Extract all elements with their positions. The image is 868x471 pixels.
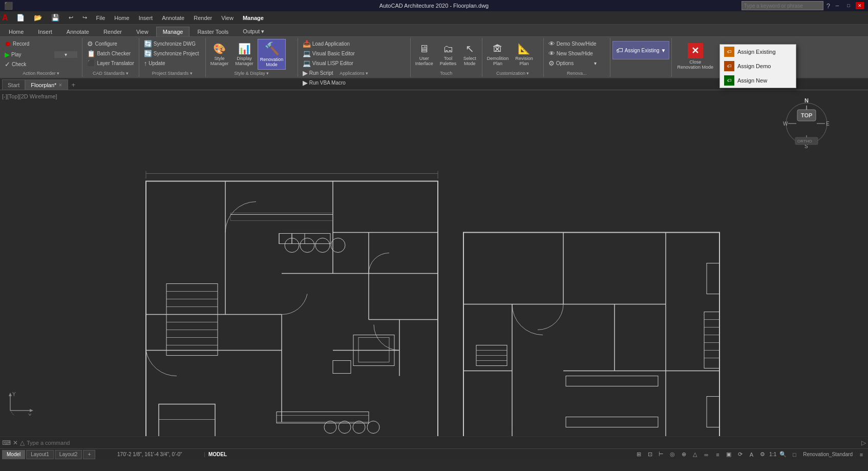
add-layout-button[interactable]: + [83,450,95,459]
tab-home[interactable]: Home [2,27,30,36]
menu-view[interactable]: View [217,12,238,24]
record-button[interactable]: ⏺ Record [2,39,32,48]
layout1-tab[interactable]: Layout1 [26,450,54,459]
undo-button[interactable]: ↩ [65,12,77,24]
menu-manage[interactable]: Manage [239,12,268,24]
command-close-icon[interactable]: ✕ [13,439,18,446]
check-button[interactable]: ✓ Check [2,59,80,69]
transparency-icon[interactable]: ▣ [724,450,733,459]
menu-home[interactable]: Home [110,12,133,24]
project-standards-panel-title[interactable]: Project Standards ▾ [139,71,205,76]
select-mode-button[interactable]: ↖ SelectMode [460,39,479,70]
command-help-icon[interactable]: ▷ [861,439,866,446]
revision-plan-button[interactable]: 📐 RevisionPlan [513,39,536,70]
close-renovation-icon: ✕ [688,43,703,58]
doc-tab-add-button[interactable]: + [68,79,78,90]
dropdown-assign-demo[interactable]: 🏷 Assign Demo [720,59,796,73]
command-expand-icon[interactable]: △ [20,439,25,446]
assign-dropdown-menu: 🏷 Assign Existing 🏷 Assign Demo 🏷 Assign… [719,44,796,88]
tab-raster-tools[interactable]: Raster Tools [190,27,235,36]
model-tab[interactable]: Model [2,450,25,459]
status-menu-icon[interactable]: ≡ [857,450,866,459]
tab-annotate[interactable]: Annotate [60,27,96,36]
vba-editor-button[interactable]: 💻 Visual Basic Editor [300,49,357,58]
maximize-button[interactable]: □ [844,2,853,9]
otrack-icon[interactable]: ∞ [702,450,711,459]
quick-access-save[interactable]: 💾 [47,12,63,24]
style-manager-button[interactable]: 🎨 StyleManager [208,39,231,70]
zoom-icon[interactable]: 🔍 [778,450,788,459]
doc-tab-close-icon[interactable]: ✕ [58,83,62,88]
action-recorder-panel-title[interactable]: Action Recorder ▾ [0,71,82,76]
dropdown-assign-new[interactable]: 🏷 Assign New [720,73,796,88]
vba-editor-icon: 💻 [303,50,311,57]
polar-icon[interactable]: ◎ [668,450,677,459]
load-app-button[interactable]: 📥 Load Application [300,39,357,48]
tab-view[interactable]: View [130,27,155,36]
quick-access-new[interactable]: 📄 [12,12,29,24]
lisp-editor-button[interactable]: 💻 Visual LISP Editor [300,58,357,68]
app-icon: ⬛ [4,2,13,10]
style-display-panel-title[interactable]: Style & Display ▾ [206,71,298,76]
batch-checker-button[interactable]: 📋 Batch Checker [84,49,136,58]
viewport-icon[interactable]: □ [790,450,799,459]
run-vba-button[interactable]: ▶ Run VBA Macro [300,78,357,87]
panel-style-display: 🎨 StyleManager 📊 DisplayManager 🔨 Renova… [206,38,298,77]
renova-panel-title[interactable]: Renova... [544,71,610,76]
dropdown-assign-existing[interactable]: 🏷 Assign Existing [720,45,796,59]
command-input[interactable] [27,440,859,446]
doc-tab-start[interactable]: Start [2,79,25,90]
redo-button[interactable]: ↪ [78,12,91,24]
display-manager-button[interactable]: 📊 DisplayManager [232,39,256,70]
cad-standards-panel-title[interactable]: CAD StandardsCAD Standards ▾ [82,71,138,76]
assign-existing-button[interactable]: 🏷 Assign Existing ▼ [612,41,670,59]
update-button[interactable]: ↑ Update [141,58,202,68]
applications-panel-title[interactable]: Applications ▾ [298,71,410,76]
help-icon[interactable]: ? [827,2,830,10]
search-input[interactable] [742,1,823,10]
snap-icon[interactable]: ⊡ [645,450,654,459]
close-renovation-button[interactable]: ✕ CloseRenovation Mode [674,41,716,72]
demolition-panel-title: Customization ▾ [482,71,543,76]
renovation-standard-label[interactable]: Renovation_Standard [801,452,855,457]
quick-access-open[interactable]: 📂 [30,12,46,24]
demolition-plan-button[interactable]: 🏚 DemolitionPlan [484,39,512,70]
play-button[interactable]: ▶ Play [2,50,36,59]
sync-dwg-button[interactable]: 🔄 Synchronize DWG [141,39,202,48]
layer-translator-button[interactable]: ⬛ Layer Translator [84,58,136,68]
macro-dropdown[interactable]: ▾ [52,50,80,59]
layout2-tab[interactable]: Layout2 [55,450,82,459]
menu-insert[interactable]: Insert [135,12,157,24]
configure-icon: ⚙ [87,40,93,48]
renovation-mode-button[interactable]: 🔨 RenovationMode [258,39,286,70]
ortho-icon[interactable]: ⊢ [657,450,666,459]
user-interface-button[interactable]: 🖥 UserInterface [413,39,436,70]
tab-output[interactable]: Output ▾ [236,26,271,36]
grid-icon[interactable]: ⊞ [634,450,643,459]
annotative-icon[interactable]: A [747,450,756,459]
menu-file[interactable]: File [92,12,110,24]
touch-panel-title[interactable]: Touch [411,71,482,76]
configure-button[interactable]: ⚙ Configure [84,39,136,48]
3dosnap-icon[interactable]: △ [690,450,700,459]
selection-cycling-icon[interactable]: ⟳ [735,450,745,459]
svg-line-78 [10,411,18,416]
sync-project-button[interactable]: 🔄 Synchronize Project [141,49,202,58]
close-button[interactable]: ✕ [856,2,864,9]
demo-show-hide-button[interactable]: 👁 Demo Show/Hide [546,39,599,48]
doc-tab-floorplan[interactable]: Floorplan* ✕ [25,79,68,90]
menu-annotate[interactable]: Annotate [158,12,188,24]
workspace-icon[interactable]: ⚙ [758,450,767,459]
osnap-icon[interactable]: ⊕ [679,450,688,459]
menu-render[interactable]: Render [189,12,216,24]
model-label[interactable]: MODEL [208,452,227,457]
minimize-button[interactable]: ─ [833,2,841,9]
tab-render[interactable]: Render [97,27,129,36]
tool-palettes-button[interactable]: 🗂 ToolPalettes [437,39,459,70]
dropdown-arrow-icon: ▼ [661,48,666,53]
tab-manage[interactable]: Manage [156,27,190,36]
options-button[interactable]: ⚙ Options ▾ [546,58,599,68]
lineweight-icon[interactable]: ≡ [713,450,722,459]
new-show-hide-button[interactable]: 👁 New Show/Hide [546,49,599,58]
tab-insert[interactable]: Insert [31,27,59,36]
